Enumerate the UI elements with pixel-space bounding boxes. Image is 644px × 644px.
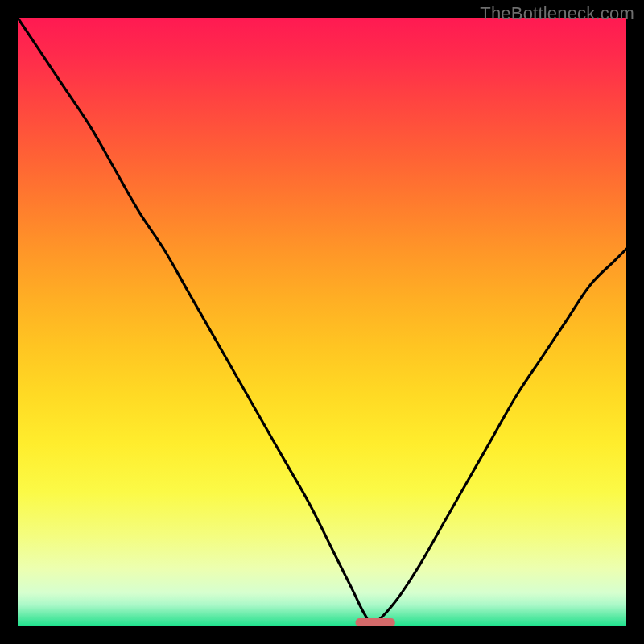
watermark-text: TheBottleneck.com <box>480 3 634 24</box>
chart-frame: TheBottleneck.com <box>0 0 644 644</box>
chart-svg <box>18 18 626 626</box>
minimum-marker <box>356 618 395 626</box>
gradient-background <box>18 18 626 626</box>
plot-area <box>18 18 626 626</box>
